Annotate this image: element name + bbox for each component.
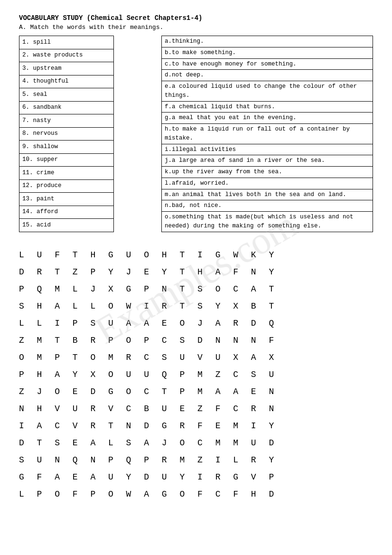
meaning-cell: d.not deep. [162, 70, 373, 81]
word-cell: 15. acid [19, 219, 114, 232]
wordsearch-row: S H A L L O W I R T S Y X B T [19, 298, 373, 315]
meaning-cell: g.a meal that you eat in the evening. [162, 113, 373, 124]
word-row: 15. acid [19, 219, 114, 232]
wordsearch-section: L U F T H G U O H T I G W K YD R T Z P Y… [19, 246, 373, 503]
word-row: 13. paint [19, 193, 114, 206]
meaning-cell: j.a large area of sand in a river or the… [162, 155, 373, 167]
word-cell: 6. sandbank [19, 101, 114, 114]
word-cell: 12. produce [19, 179, 114, 193]
word-cell: 8. nervous [19, 127, 114, 141]
word-row: 12. produce [19, 179, 114, 193]
meaning-cell: m.an animal that lives both in the sea a… [162, 189, 373, 200]
wordsearch-grid: L U F T H G U O H T I G W K YD R T Z P Y… [19, 246, 373, 503]
meaning-cell: f.a chemical liquid that burns. [162, 101, 373, 113]
meaning-row: e.a coloured liquid used to change the c… [162, 81, 373, 102]
meaning-cell: i.illegal activities [162, 144, 373, 155]
wordsearch-row: G F A E A U Y D U Y I R G V P [19, 469, 373, 486]
word-row: 7. nasty [19, 114, 114, 128]
word-cell: 4. thoughtful [19, 75, 114, 88]
word-row: 10. supper [19, 153, 114, 167]
wordsearch-row: Z J O E D G O C T P M A A E N [19, 383, 373, 400]
instruction: A. Match the words with their meanings. [19, 24, 373, 31]
word-row: 14. afford [19, 206, 114, 219]
meaning-row: i.illegal activities [162, 144, 373, 155]
word-cell: 10. supper [19, 153, 114, 167]
word-row: 11. crime [19, 167, 114, 180]
word-cell: 5. seal [19, 88, 114, 102]
wordsearch-row: O M P T O M R C S U V U X A X [19, 349, 373, 366]
meaning-row: m.an animal that lives both in the sea a… [162, 189, 373, 200]
word-row: 3. upstream [19, 62, 114, 75]
word-row: 5. seal [19, 88, 114, 102]
meaning-cell: n.bad, not nice. [162, 200, 373, 212]
word-cell: 9. shallow [19, 141, 114, 154]
wordsearch-row: L U F T H G U O H T I G W K Y [19, 246, 373, 263]
wordsearch-row: P H A Y X O U U Q P M Z C S U [19, 366, 373, 383]
wordsearch-row: L P O F P O W A G O F C F H D [19, 486, 373, 503]
meaning-row: f.a chemical liquid that burns. [162, 101, 373, 113]
meaning-row: b.to make something. [162, 47, 373, 58]
meaning-cell: e.a coloured liquid used to change the c… [162, 81, 373, 102]
meaning-cell: h.to make a liquid run or fall out of a … [162, 124, 373, 144]
matching-section: 1. spill2. waste products3. upstream4. t… [19, 36, 373, 232]
meaning-row: g.a meal that you eat in the evening. [162, 113, 373, 124]
wordsearch-row: D T S E A L S A J O C M M U D [19, 434, 373, 452]
page-title: VOCABULARY STUDY (Chemical Secret Chapte… [19, 14, 373, 22]
word-cell: 11. crime [19, 167, 114, 180]
meaning-row: n.bad, not nice. [162, 200, 373, 212]
meaning-cell: o.something that is made(but which is us… [162, 212, 373, 232]
meaning-row: d.not deep. [162, 70, 373, 81]
meaning-row: j.a large area of sand in a river or the… [162, 155, 373, 167]
meaning-row: a.thinking. [162, 36, 373, 47]
word-cell: 7. nasty [19, 114, 114, 128]
wordsearch-row: Z M T B R P O P C S D N N N F [19, 332, 373, 349]
word-row: 4. thoughtful [19, 75, 114, 88]
wordsearch-row: I A C V R T N D G R F E M I Y [19, 417, 373, 434]
word-cell: 13. paint [19, 193, 114, 206]
meaning-row: c.to have enough money for something. [162, 58, 373, 70]
word-cell: 2. waste products [19, 49, 114, 62]
word-row: 2. waste products [19, 49, 114, 62]
word-row: 9. shallow [19, 141, 114, 154]
meaning-cell: c.to have enough money for something. [162, 58, 373, 70]
wordsearch-row: D R T Z P Y J E Y T H A F N Y [19, 263, 373, 281]
words-table: 1. spill2. waste products3. upstream4. t… [19, 36, 114, 232]
meanings-table: a.thinking.b.to make something.c.to have… [161, 36, 373, 232]
meaning-row: k.up the river away from the sea. [162, 167, 373, 178]
word-cell: 1. spill [19, 36, 114, 49]
meaning-cell: b.to make something. [162, 47, 373, 58]
meaning-row: h.to make a liquid run or fall out of a … [162, 124, 373, 144]
wordsearch-row: L L I P S U A A E O J A R D Q [19, 315, 373, 332]
word-row: 1. spill [19, 36, 114, 49]
meaning-row: o.something that is made(but which is us… [162, 212, 373, 232]
meaning-cell: k.up the river away from the sea. [162, 167, 373, 178]
wordsearch-row: S U N Q N P Q P R M Z I L R Y [19, 452, 373, 469]
wordsearch-row: P Q M L J X G P N T S O C A T [19, 281, 373, 298]
word-cell: 14. afford [19, 206, 114, 219]
word-row: 6. sandbank [19, 101, 114, 114]
word-cell: 3. upstream [19, 62, 114, 75]
meaning-row: l.afraid, worried. [162, 178, 373, 189]
meaning-cell: l.afraid, worried. [162, 178, 373, 189]
wordsearch-row: N H V U R V C B U E Z F C R N [19, 400, 373, 417]
meaning-cell: a.thinking. [162, 36, 373, 47]
word-row: 8. nervous [19, 127, 114, 141]
